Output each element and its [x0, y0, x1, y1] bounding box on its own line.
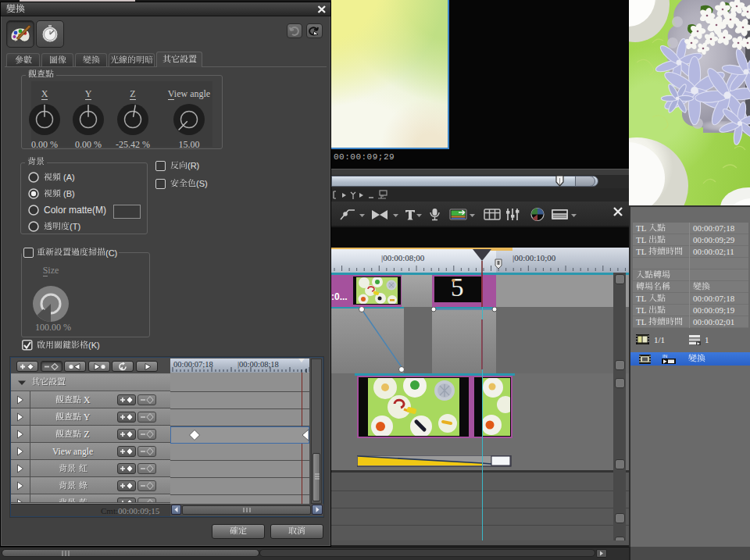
svg-text:IN: IN: [662, 354, 667, 358]
